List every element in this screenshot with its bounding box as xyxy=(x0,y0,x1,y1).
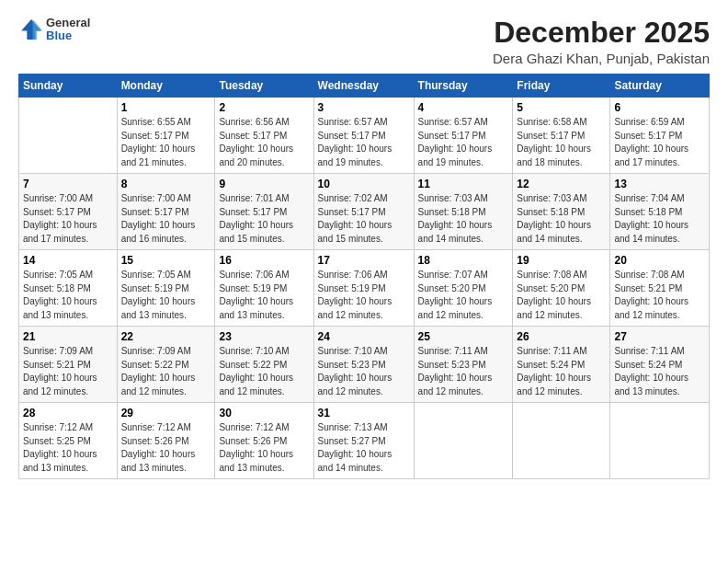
calendar-week-1: 1Sunrise: 6:55 AMSunset: 5:17 PMDaylight… xyxy=(19,98,710,174)
col-tuesday: Tuesday xyxy=(215,75,313,98)
day-info: Sunrise: 7:06 AMSunset: 5:19 PMDaylight:… xyxy=(318,270,392,320)
day-info: Sunrise: 7:11 AMSunset: 5:23 PMDaylight:… xyxy=(418,346,493,396)
table-row: 6Sunrise: 6:59 AMSunset: 5:17 PMDaylight… xyxy=(610,98,710,174)
logo: General Blue xyxy=(18,17,90,43)
main-title: December 2025 xyxy=(493,17,710,49)
day-info: Sunrise: 7:10 AMSunset: 5:22 PMDaylight:… xyxy=(219,346,293,396)
table-row: 10Sunrise: 7:02 AMSunset: 5:17 PMDayligh… xyxy=(313,174,414,250)
day-number: 9 xyxy=(219,178,309,190)
table-row: 16Sunrise: 7:06 AMSunset: 5:19 PMDayligh… xyxy=(215,250,313,327)
table-row xyxy=(513,403,610,479)
day-number: 24 xyxy=(318,330,410,343)
table-row xyxy=(19,98,118,174)
day-info: Sunrise: 6:58 AMSunset: 5:17 PMDaylight:… xyxy=(517,117,591,167)
table-row: 13Sunrise: 7:04 AMSunset: 5:18 PMDayligh… xyxy=(610,174,710,250)
day-info: Sunrise: 7:09 AMSunset: 5:22 PMDaylight:… xyxy=(121,346,196,396)
day-number: 25 xyxy=(418,330,509,343)
day-info: Sunrise: 7:03 AMSunset: 5:18 PMDaylight:… xyxy=(418,193,493,244)
table-row xyxy=(610,403,710,479)
day-number: 26 xyxy=(517,330,606,343)
day-number: 5 xyxy=(517,101,606,114)
day-number: 4 xyxy=(418,101,509,114)
day-info: Sunrise: 7:12 AMSunset: 5:26 PMDaylight:… xyxy=(121,422,196,473)
col-friday: Friday xyxy=(513,75,610,98)
day-number: 30 xyxy=(219,407,309,419)
day-number: 23 xyxy=(219,330,309,343)
day-info: Sunrise: 7:11 AMSunset: 5:24 PMDaylight:… xyxy=(517,346,591,396)
table-row: 15Sunrise: 7:05 AMSunset: 5:19 PMDayligh… xyxy=(117,250,215,327)
title-block: December 2025 Dera Ghazi Khan, Punjab, P… xyxy=(493,17,710,66)
header-row: Sunday Monday Tuesday Wednesday Thursday… xyxy=(19,75,710,98)
calendar-week-5: 28Sunrise: 7:12 AMSunset: 5:25 PMDayligh… xyxy=(19,403,710,479)
table-row: 19Sunrise: 7:08 AMSunset: 5:20 PMDayligh… xyxy=(513,250,610,327)
table-row: 25Sunrise: 7:11 AMSunset: 5:23 PMDayligh… xyxy=(414,327,513,403)
day-number: 31 xyxy=(318,407,410,419)
col-saturday: Saturday xyxy=(610,75,710,98)
day-info: Sunrise: 7:02 AMSunset: 5:17 PMDaylight:… xyxy=(318,193,392,244)
col-thursday: Thursday xyxy=(414,75,513,98)
table-row: 12Sunrise: 7:03 AMSunset: 5:18 PMDayligh… xyxy=(513,174,610,250)
subtitle: Dera Ghazi Khan, Punjab, Pakistan xyxy=(493,51,710,66)
day-info: Sunrise: 7:05 AMSunset: 5:18 PMDaylight:… xyxy=(23,270,97,320)
col-sunday: Sunday xyxy=(19,75,118,98)
table-row: 4Sunrise: 6:57 AMSunset: 5:17 PMDaylight… xyxy=(414,98,513,174)
day-info: Sunrise: 6:57 AMSunset: 5:17 PMDaylight:… xyxy=(418,117,493,167)
table-row: 24Sunrise: 7:10 AMSunset: 5:23 PMDayligh… xyxy=(313,327,414,403)
table-row: 5Sunrise: 6:58 AMSunset: 5:17 PMDaylight… xyxy=(513,98,610,174)
table-row: 29Sunrise: 7:12 AMSunset: 5:26 PMDayligh… xyxy=(117,403,215,479)
day-number: 10 xyxy=(318,178,410,190)
header: General Blue December 2025 Dera Ghazi Kh… xyxy=(18,17,710,66)
table-row: 22Sunrise: 7:09 AMSunset: 5:22 PMDayligh… xyxy=(117,327,215,403)
day-number: 8 xyxy=(121,178,211,190)
day-info: Sunrise: 6:59 AMSunset: 5:17 PMDaylight:… xyxy=(614,117,688,167)
day-number: 14 xyxy=(23,254,113,267)
day-info: Sunrise: 6:56 AMSunset: 5:17 PMDaylight:… xyxy=(219,117,293,167)
day-number: 19 xyxy=(517,254,606,267)
day-info: Sunrise: 7:09 AMSunset: 5:21 PMDaylight:… xyxy=(23,346,97,396)
day-info: Sunrise: 7:05 AMSunset: 5:19 PMDaylight:… xyxy=(121,270,196,320)
table-row: 3Sunrise: 6:57 AMSunset: 5:17 PMDaylight… xyxy=(313,98,414,174)
calendar-week-2: 7Sunrise: 7:00 AMSunset: 5:17 PMDaylight… xyxy=(19,174,710,250)
table-row: 7Sunrise: 7:00 AMSunset: 5:17 PMDaylight… xyxy=(19,174,118,250)
day-number: 16 xyxy=(219,254,309,267)
day-number: 29 xyxy=(121,407,211,419)
table-row: 28Sunrise: 7:12 AMSunset: 5:25 PMDayligh… xyxy=(19,403,118,479)
day-info: Sunrise: 7:01 AMSunset: 5:17 PMDaylight:… xyxy=(219,193,293,244)
table-row: 2Sunrise: 6:56 AMSunset: 5:17 PMDaylight… xyxy=(215,98,313,174)
day-number: 12 xyxy=(517,178,606,190)
day-number: 17 xyxy=(318,254,410,267)
table-row: 9Sunrise: 7:01 AMSunset: 5:17 PMDaylight… xyxy=(215,174,313,250)
day-info: Sunrise: 7:04 AMSunset: 5:18 PMDaylight:… xyxy=(614,193,688,244)
logo-text: General Blue xyxy=(46,17,90,43)
day-number: 20 xyxy=(614,254,705,267)
logo-general: General xyxy=(46,17,90,29)
table-row: 20Sunrise: 7:08 AMSunset: 5:21 PMDayligh… xyxy=(610,250,710,327)
table-row: 27Sunrise: 7:11 AMSunset: 5:24 PMDayligh… xyxy=(610,327,710,403)
day-number: 7 xyxy=(23,178,113,190)
day-info: Sunrise: 7:07 AMSunset: 5:20 PMDaylight:… xyxy=(418,270,493,320)
calendar-table: Sunday Monday Tuesday Wednesday Thursday… xyxy=(18,74,710,479)
day-info: Sunrise: 7:08 AMSunset: 5:21 PMDaylight:… xyxy=(614,270,688,320)
day-number: 2 xyxy=(219,101,309,114)
day-info: Sunrise: 7:03 AMSunset: 5:18 PMDaylight:… xyxy=(517,193,591,244)
day-number: 6 xyxy=(614,101,705,114)
table-row: 30Sunrise: 7:12 AMSunset: 5:26 PMDayligh… xyxy=(215,403,313,479)
calendar-week-3: 14Sunrise: 7:05 AMSunset: 5:18 PMDayligh… xyxy=(19,250,710,327)
table-row: 14Sunrise: 7:05 AMSunset: 5:18 PMDayligh… xyxy=(19,250,118,327)
day-info: Sunrise: 7:06 AMSunset: 5:19 PMDaylight:… xyxy=(219,270,293,320)
day-info: Sunrise: 7:00 AMSunset: 5:17 PMDaylight:… xyxy=(23,193,97,244)
calendar-week-4: 21Sunrise: 7:09 AMSunset: 5:21 PMDayligh… xyxy=(19,327,710,403)
day-info: Sunrise: 7:11 AMSunset: 5:24 PMDaylight:… xyxy=(614,346,688,396)
day-number: 3 xyxy=(318,101,410,114)
day-info: Sunrise: 7:12 AMSunset: 5:25 PMDaylight:… xyxy=(23,422,97,473)
table-row: 21Sunrise: 7:09 AMSunset: 5:21 PMDayligh… xyxy=(19,327,118,403)
col-monday: Monday xyxy=(117,75,215,98)
table-row: 11Sunrise: 7:03 AMSunset: 5:18 PMDayligh… xyxy=(414,174,513,250)
day-info: Sunrise: 6:55 AMSunset: 5:17 PMDaylight:… xyxy=(121,117,196,167)
table-row: 17Sunrise: 7:06 AMSunset: 5:19 PMDayligh… xyxy=(313,250,414,327)
day-info: Sunrise: 7:00 AMSunset: 5:17 PMDaylight:… xyxy=(121,193,196,244)
table-row: 8Sunrise: 7:00 AMSunset: 5:17 PMDaylight… xyxy=(117,174,215,250)
table-row: 31Sunrise: 7:13 AMSunset: 5:27 PMDayligh… xyxy=(313,403,414,479)
day-number: 11 xyxy=(418,178,509,190)
day-number: 15 xyxy=(121,254,211,267)
